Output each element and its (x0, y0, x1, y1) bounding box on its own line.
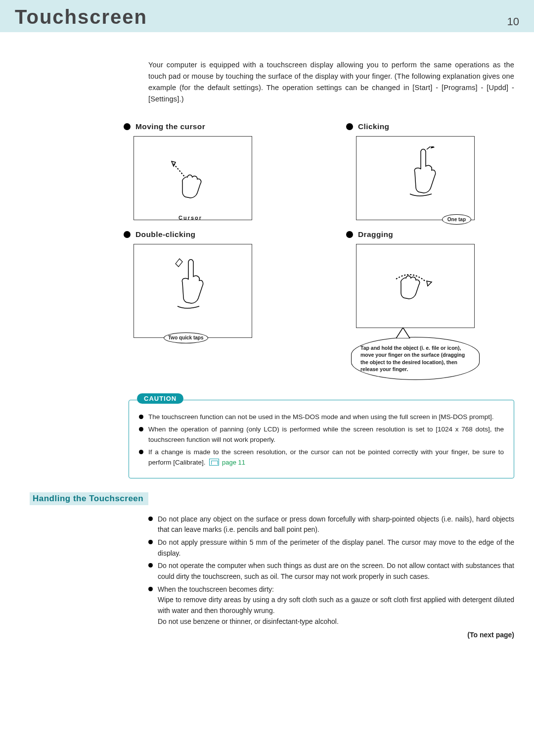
page-body: Your computer is equipped with a touchsc… (0, 32, 534, 656)
handling-subtitle: Handling the Touchscreen (30, 492, 148, 505)
gesture-double-clicking-label: Double-clicking (135, 230, 195, 239)
caution-item-3: If a change is made to the screen resolu… (139, 447, 504, 468)
caution-item-1: The touchscreen function can not be used… (139, 412, 504, 423)
handling-item-4: When the touchscreen becomes dirty: Wipe… (148, 584, 514, 627)
gesture-dragging: Dragging Tap and hold the object (i. e. … (346, 230, 514, 380)
handling-list: Do not place any object on the surface o… (148, 514, 514, 641)
svg-marker-4 (396, 328, 410, 338)
page-ref-link[interactable]: page 11 (222, 459, 245, 466)
bullet-icon (139, 450, 143, 454)
bullet-icon (148, 517, 153, 521)
bullet-icon (148, 540, 153, 544)
cloud-tail-icon (396, 328, 411, 338)
page-title: Touchscreen (15, 6, 147, 28)
next-page-note: (To next page) (148, 630, 514, 641)
bullet-icon (148, 563, 153, 567)
handling-item-1: Do not place any object on the surface o… (148, 514, 514, 535)
gesture-clicking: Clicking One tap (346, 122, 514, 220)
gesture-double-clicking-title: Double-clicking (124, 230, 292, 239)
gesture-dragging-label: Dragging (358, 230, 393, 239)
svg-marker-3 (427, 281, 432, 286)
gesture-clicking-title: Clicking (346, 122, 514, 131)
dragging-diagram (356, 244, 475, 328)
double-clicking-diagram: Two quick taps (134, 244, 252, 338)
gesture-dragging-title: Dragging (346, 230, 514, 239)
diagram-row-1: Moving the cursor Cursor Clicking (124, 122, 514, 220)
bullet-icon (124, 123, 131, 130)
caution-item-2: When the operation of panning (only LCD)… (139, 425, 504, 445)
caution-tag: CAUTION (137, 393, 183, 404)
gesture-moving: Moving the cursor Cursor (124, 122, 292, 220)
svg-marker-2 (431, 146, 435, 148)
bullet-icon (139, 427, 143, 431)
gesture-diagrams: Moving the cursor Cursor Clicking (124, 122, 514, 380)
gesture-clicking-label: Clicking (358, 122, 390, 131)
hand-cursor-icon (169, 156, 228, 216)
one-tap-callout: One tap (442, 214, 471, 225)
hand-tap-icon (406, 146, 465, 216)
bullet-icon (148, 587, 153, 591)
handling-item-3: Do not operate the computer when such th… (148, 561, 514, 582)
handling-item-2: Do not apply pressure within 5 mm of the… (148, 537, 514, 559)
gesture-moving-title: Moving the cursor (124, 122, 292, 131)
drag-callout-cloud: Tap and hold the object (i. e. file or i… (351, 337, 480, 380)
bullet-icon (139, 415, 143, 419)
gesture-moving-label: Moving the cursor (135, 122, 205, 131)
intro-paragraph: Your computer is equipped with a touchsc… (148, 59, 514, 105)
two-quick-taps-callout: Two quick taps (164, 332, 208, 343)
hand-double-tap-icon (174, 257, 238, 331)
bullet-icon (124, 231, 131, 238)
clicking-diagram: One tap (356, 136, 475, 220)
header-band: Touchscreen 10 (0, 0, 534, 32)
hand-drag-icon (391, 264, 465, 329)
page-number: 10 (507, 15, 519, 28)
bullet-icon (346, 123, 353, 130)
gesture-double-clicking: Double-clicking Two quick taps (124, 230, 292, 338)
diagram-row-2: Double-clicking Two quick taps (124, 230, 514, 380)
cursor-callout: Cursor (178, 215, 202, 221)
moving-diagram: Cursor (134, 136, 252, 220)
page-ref-icon (209, 459, 219, 466)
caution-box: CAUTION The touchscreen function can not… (129, 400, 514, 478)
bullet-icon (346, 231, 353, 238)
drag-callout-text: Tap and hold the object (i. e. file or i… (360, 345, 465, 372)
